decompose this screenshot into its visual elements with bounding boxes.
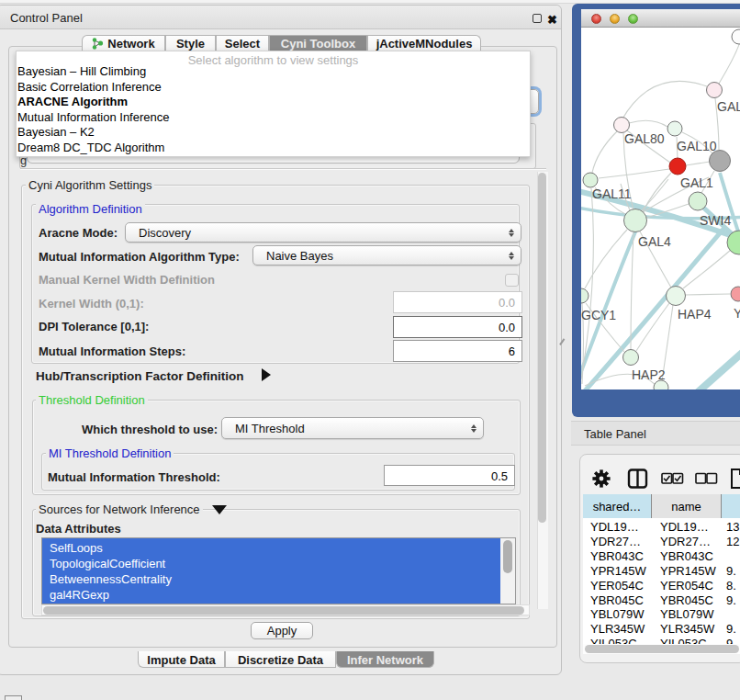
svg-text:GAL7: GAL7 (717, 99, 740, 114)
svg-text:GAL1: GAL1 (680, 175, 713, 190)
svg-text:GCY1: GCY1 (581, 308, 616, 322)
svg-text:Y: Y (734, 306, 740, 321)
svg-text:GAL80: GAL80 (624, 131, 665, 146)
svg-text:HAP4: HAP4 (678, 307, 712, 322)
svg-text:SWI4: SWI4 (700, 213, 731, 228)
svg-text:GAL11: GAL11 (592, 186, 632, 201)
svg-text:GAL4: GAL4 (638, 234, 671, 249)
svg-text:GAL10: GAL10 (677, 139, 717, 153)
svg-text:HAP2: HAP2 (632, 367, 666, 382)
